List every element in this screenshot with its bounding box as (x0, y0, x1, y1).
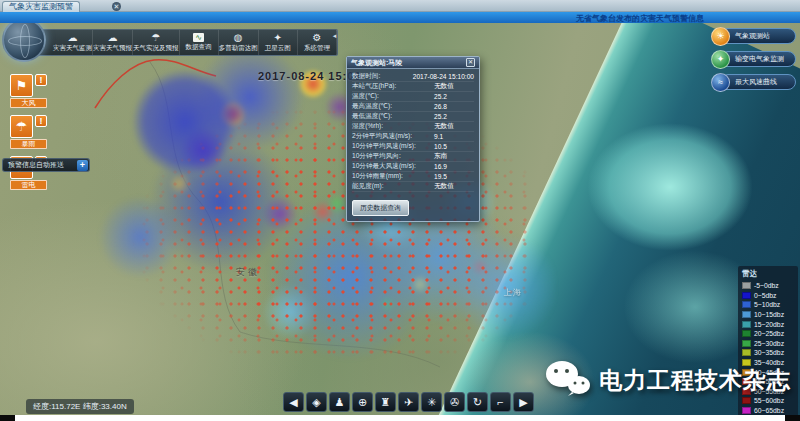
toolbar-item[interactable]: ☁ 灾害天气监测 (53, 30, 93, 55)
legend-row: 0~5dbz (742, 291, 794, 301)
back-arrow-icon[interactable]: ◀ (283, 392, 304, 412)
transmission-line-icon[interactable]: ✈ (398, 392, 419, 412)
popup-titlebar[interactable]: 气象观测站:马陵 ✕ (347, 57, 479, 69)
popup-data-row: 数据时间: 2017-08-24 15:10:00 (352, 72, 474, 82)
tab-close-icon[interactable]: ✕ (112, 2, 121, 11)
toolbar-item-icon: ◍ (234, 32, 243, 43)
right-function-buttons: ☀ 气象观测站 ✦ 输变电气象监测 ≈ 最大风速曲线 (710, 28, 796, 97)
popup-row-value: 10.5 (434, 143, 447, 150)
legend-swatch (742, 349, 751, 356)
watermark-text: 电力工程技术杂志 (599, 365, 791, 396)
legend-row: -5~0dbz (742, 281, 794, 291)
person-location-icon[interactable]: ♟ (329, 392, 350, 412)
toolbar-collapse-arrow[interactable]: ◂ (330, 32, 339, 40)
popup-close-icon[interactable]: ✕ (466, 58, 475, 67)
bottom-frame (0, 415, 800, 421)
popup-data-row: 2分钟平均风速(m/s): 9.1 (352, 132, 474, 142)
wechat-icon (545, 360, 591, 400)
function-button[interactable]: ☀ 气象观测站 (720, 28, 796, 44)
legend-range-label: 5~10dbz (754, 301, 780, 308)
popup-data-row: 本站气压(hPa): 无数值 (352, 82, 474, 92)
legend-row: 30~35dbz (742, 348, 794, 358)
popup-data-row: 能见度(m): 无数值 (352, 182, 474, 192)
toolbar-item[interactable]: ◍ 多普勒雷达图 (219, 30, 259, 55)
legend-range-label: 30~35dbz (754, 349, 784, 356)
tab-weather-disaster[interactable]: 气象灾害监测预警 (2, 1, 80, 12)
popup-row-label: 10分钟平均风速(m/s): (352, 142, 434, 151)
legend-range-label: 15~20dbz (754, 321, 784, 328)
legend-title: 雷达 (742, 269, 794, 279)
toolbar-item[interactable]: ∿ 数据查询 (180, 30, 219, 55)
exclamation-icon: ! (35, 115, 47, 127)
popup-row-value: 2017-08-24 15:10:00 (413, 73, 474, 80)
toolbar-item-label: 灾害天气监测 (53, 44, 92, 53)
legend-row: 10~15dbz (742, 310, 794, 320)
warning-badge[interactable]: ☂ ! 暴雨 (10, 115, 48, 149)
legend-range-label: 25~30dbz (754, 340, 784, 347)
expand-plus-icon[interactable]: + (77, 160, 88, 171)
popup-row-value: 无数值 (434, 122, 454, 131)
corner-flag-icon[interactable]: ⌐ (490, 392, 511, 412)
popup-row-label: 数据时间: (352, 72, 413, 81)
warning-label: 雷电 (10, 180, 47, 190)
popup-row-label: 最高温度(℃): (352, 102, 434, 111)
refresh-icon[interactable]: ↻ (467, 392, 488, 412)
function-button-label: 输变电气象监测 (735, 54, 784, 64)
popup-row-label: 本站气压(hPa): (352, 82, 434, 91)
popup-row-label: 10分钟最大风速(m/s): (352, 162, 434, 171)
toolbar-item-label: 卫星云图 (265, 44, 291, 53)
warning-label: 暴雨 (10, 139, 47, 149)
push-bar-label: 预警信息自动推送 (3, 160, 77, 170)
popup-row-label: 能见度(m): (352, 182, 434, 191)
popup-row-value: 9.1 (434, 133, 443, 140)
legend-row: 20~25dbz (742, 329, 794, 339)
cursor-coordinates: 经度:115.72E 纬度:33.40N (26, 399, 134, 414)
city-label-shanghai: 上海 (504, 287, 522, 298)
notice-text: 无省气象台发布的灾害天气预警信息 (576, 13, 704, 24)
toolbar-item[interactable]: ✦ 卫星云图 (259, 30, 298, 55)
popup-row-label: 10分钟平均风向: (352, 152, 434, 161)
layers-icon[interactable]: ◈ (306, 392, 327, 412)
popup-row-value: 无数值 (434, 82, 454, 91)
toolbar-item-icon: ☁ (108, 32, 118, 43)
power-plant-icon[interactable]: ♜ (375, 392, 396, 412)
legend-range-label: 60~65dbz (754, 407, 784, 414)
warning-notice-bar: 无省气象台发布的灾害天气预警信息 (0, 12, 800, 23)
popup-data-row: 10分钟最大风速(m/s): 16.9 (352, 162, 474, 172)
legend-range-label: 20~25dbz (754, 330, 784, 337)
toolbar-item-label: 系统管理 (304, 44, 330, 53)
warning-badge[interactable]: ⚑ ! 大风 (10, 74, 48, 108)
legend-row: 5~10dbz (742, 300, 794, 310)
tab-strip: 气象灾害监测预警 ✕ (0, 0, 800, 12)
popup-row-value: 25.2 (434, 113, 447, 120)
popup-data-row: 10分钟平均风速(m/s): 10.5 (352, 142, 474, 152)
popup-row-label: 湿度(%rh): (352, 122, 434, 131)
popup-row-label: 最低温度(℃): (352, 112, 434, 121)
legend-range-label: -5~0dbz (754, 282, 779, 289)
toolbar-item-icon: ∿ (193, 33, 204, 42)
toolbar-item[interactable]: ☁ 灾害天气预报 (93, 30, 133, 55)
toolbar-item-icon: ☁ (68, 32, 78, 43)
film-reel-icon[interactable]: ✇ (444, 392, 465, 412)
forward-arrow-icon[interactable]: ▶ (513, 392, 534, 412)
function-button[interactable]: ✦ 输变电气象监测 (720, 51, 796, 67)
globe-icon[interactable]: ⊕ (352, 392, 373, 412)
toolbar-item-icon: ⚙ (312, 32, 321, 43)
toolbar-item-icon: ☂ (151, 32, 160, 43)
warning-type-icon: ⚑ (10, 74, 33, 97)
wind-turbine-icon[interactable]: ✳ (421, 392, 442, 412)
warning-type-icon: ☂ (10, 115, 33, 138)
map-canvas[interactable]: 安徽 上海 2017-08-24 15:06 ☁ 灾害天气监测 ☁ 灾害天气预报… (0, 22, 800, 421)
history-query-button[interactable]: 历史数据查询 (352, 200, 409, 216)
legend-swatch (742, 282, 751, 289)
popup-data-row: 温度(℃): 25.2 (352, 92, 474, 102)
function-button-icon: ☀ (711, 27, 730, 46)
legend-swatch (742, 321, 751, 328)
popup-data-row: 湿度(%rh): 无数值 (352, 122, 474, 132)
warning-push-bar[interactable]: 预警信息自动推送 + (2, 158, 90, 172)
legend-swatch (742, 340, 751, 347)
main-toolbar: ☁ 灾害天气监测 ☁ 灾害天气预报 ☂ 天气实况及预报 ∿ 数据查询 (10, 29, 338, 56)
toolbar-item[interactable]: ☂ 天气实况及预报 (133, 30, 180, 55)
legend-swatch (742, 330, 751, 337)
function-button[interactable]: ≈ 最大风速曲线 (720, 74, 796, 90)
